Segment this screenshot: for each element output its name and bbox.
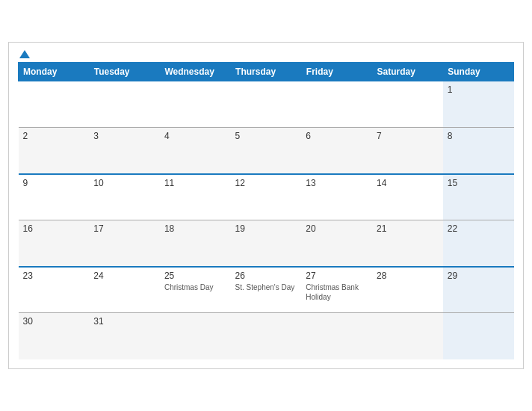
calendar: MondayTuesdayWednesdayThursdayFridaySatu… (8, 42, 524, 369)
calendar-cell (231, 81, 302, 128)
calendar-cell (19, 81, 90, 128)
weekday-header-friday: Friday (301, 63, 372, 81)
weekday-header-monday: Monday (19, 63, 90, 81)
day-number: 26 (235, 271, 297, 281)
calendar-cell: 19 (231, 220, 302, 267)
calendar-cell: 8 (443, 128, 514, 174)
calendar-row-2: 9101112131415 (19, 174, 514, 220)
calendar-cell: 26St. Stephen's Day (231, 267, 302, 313)
day-number: 8 (448, 131, 510, 141)
weekday-header-wednesday: Wednesday (160, 63, 231, 81)
calendar-cell: 11 (160, 174, 231, 220)
calendar-cell: 7 (372, 128, 443, 174)
holiday-label: St. Stephen's Day (235, 282, 297, 292)
day-number: 16 (23, 223, 85, 234)
day-number: 7 (377, 131, 439, 141)
calendar-cell: 9 (19, 174, 90, 220)
calendar-cell (372, 313, 443, 359)
day-number: 3 (93, 131, 155, 141)
calendar-cell: 24 (89, 267, 160, 313)
calendar-cell (160, 81, 231, 128)
calendar-cell: 15 (443, 174, 514, 220)
calendar-cell: 4 (160, 128, 231, 174)
calendar-cell: 29 (443, 267, 514, 313)
weekday-header-tuesday: Tuesday (89, 63, 160, 81)
calendar-cell: 20 (301, 220, 372, 267)
day-number: 17 (93, 223, 155, 234)
day-number: 12 (235, 178, 297, 188)
day-number: 30 (23, 316, 85, 327)
calendar-cell: 10 (89, 174, 160, 220)
day-number: 4 (164, 131, 226, 141)
calendar-cell (231, 313, 302, 359)
calendar-cell: 14 (372, 174, 443, 220)
weekday-header-saturday: Saturday (372, 63, 443, 81)
calendar-row-1: 2345678 (19, 128, 514, 174)
day-number: 20 (306, 223, 368, 234)
day-number: 10 (93, 178, 155, 188)
calendar-cell: 12 (231, 174, 302, 220)
calendar-cell (301, 81, 372, 128)
calendar-row-3: 16171819202122 (19, 220, 514, 267)
calendar-cell: 23 (19, 267, 90, 313)
calendar-grid: MondayTuesdayWednesdayThursdayFridaySatu… (18, 62, 514, 359)
calendar-row-0: 1 (19, 81, 514, 128)
day-number: 22 (448, 223, 510, 234)
day-number: 29 (448, 271, 510, 281)
day-number: 18 (164, 223, 226, 234)
day-number: 14 (377, 178, 439, 188)
calendar-cell: 30 (19, 313, 90, 359)
day-number: 27 (306, 271, 368, 281)
calendar-cell: 6 (301, 128, 372, 174)
calendar-cell: 16 (19, 220, 90, 267)
calendar-cell (160, 313, 231, 359)
calendar-cell: 27Christmas Bank Holiday (301, 267, 372, 313)
day-number: 5 (235, 131, 297, 141)
calendar-cell: 1 (443, 81, 514, 128)
weekday-header-thursday: Thursday (231, 63, 302, 81)
day-number: 24 (93, 271, 155, 281)
calendar-cell: 3 (89, 128, 160, 174)
day-number: 31 (93, 316, 155, 327)
calendar-row-4: 232425Christmas Day26St. Stephen's Day27… (19, 267, 514, 313)
day-number: 11 (164, 178, 226, 188)
calendar-cell: 21 (372, 220, 443, 267)
day-number: 1 (448, 84, 510, 95)
calendar-cell (372, 81, 443, 128)
day-number: 9 (23, 178, 85, 188)
day-number: 13 (306, 178, 368, 188)
weekday-header-sunday: Sunday (443, 63, 514, 81)
calendar-row-5: 3031 (19, 313, 514, 359)
calendar-cell: 2 (19, 128, 90, 174)
calendar-cell: 17 (89, 220, 160, 267)
day-number: 28 (377, 271, 439, 281)
calendar-body: 1234567891011121314151617181920212223242… (19, 81, 514, 359)
day-number: 15 (448, 178, 510, 188)
calendar-header (18, 50, 514, 58)
holiday-label: Christmas Day (164, 282, 226, 292)
day-number: 2 (23, 131, 85, 141)
calendar-cell: 5 (231, 128, 302, 174)
day-number: 19 (235, 223, 297, 234)
day-number: 21 (377, 223, 439, 234)
calendar-cell (443, 313, 514, 359)
logo-triangle-icon (19, 50, 30, 58)
weekday-header-row: MondayTuesdayWednesdayThursdayFridaySatu… (19, 63, 514, 81)
calendar-cell: 13 (301, 174, 372, 220)
calendar-cell: 22 (443, 220, 514, 267)
calendar-cell: 28 (372, 267, 443, 313)
day-number: 25 (164, 271, 226, 281)
calendar-cell (89, 81, 160, 128)
calendar-cell: 25Christmas Day (160, 267, 231, 313)
logo (18, 50, 30, 58)
calendar-cell: 31 (89, 313, 160, 359)
day-number: 6 (306, 131, 368, 141)
holiday-label: Christmas Bank Holiday (306, 282, 368, 302)
day-number: 23 (23, 271, 85, 281)
calendar-cell: 18 (160, 220, 231, 267)
calendar-cell (301, 313, 372, 359)
